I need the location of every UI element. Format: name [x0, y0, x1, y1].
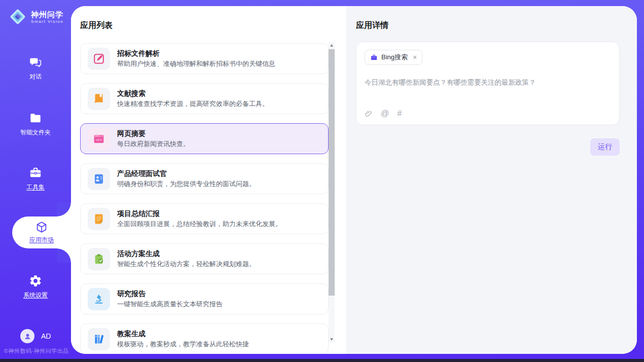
app-list-title: 应用列表	[80, 20, 113, 31]
sidebar-item-label: 智能文件夹	[20, 128, 51, 137]
sidebar-footer: ©神州数码·神州问学出品	[4, 347, 71, 355]
logo-title: 神州问学	[31, 10, 63, 19]
app-desc: 每日政府新闻资讯快查。	[117, 139, 190, 149]
app-desc: 明确身份和职责，为您提供专业性的面试问题。	[117, 179, 256, 189]
sidebar-item-app-market[interactable]: 应用市场	[12, 216, 71, 248]
sidebar-item-label: 系统设置	[23, 291, 48, 300]
sidebar-item-label: 应用市场	[29, 236, 54, 244]
app-card-web-summary[interactable]: </> 网页摘要 每日政府新闻资讯快查。	[80, 123, 329, 154]
app-name: 招标文件解析	[117, 48, 275, 59]
scrollbar-track[interactable]	[329, 48, 335, 336]
clipboard-check-icon	[88, 248, 110, 270]
app-desc: 快速精准查找学术资源，提高研究效率的必备工具。	[117, 99, 269, 109]
scroll-up-arrow-icon[interactable]	[329, 42, 335, 48]
app-card-research-report[interactable]: 研究报告 一键智能生成高质量长文本研究报告	[80, 283, 329, 314]
app-name: 产品经理面试官	[117, 168, 256, 179]
scrollbar-thumb[interactable]	[329, 49, 335, 296]
app-logo: 神州问学 Smart Vision	[8, 7, 63, 26]
app-name: 文献搜索	[117, 88, 269, 99]
input-actions: @ #	[365, 109, 611, 118]
app-detail-panel: 应用详情 Bing搜索 × 今日湖北有哪些新闻要点？有哪些需要关注的最新政策？ …	[346, 6, 637, 354]
app-name: 项目总结汇报	[117, 208, 282, 219]
sidebar-item-chat[interactable]: 对话	[0, 56, 71, 81]
app-card-literature-search[interactable]: 文献搜索 快速精准查找学术资源，提高研究效率的必备工具。	[80, 83, 329, 114]
run-button[interactable]: 运行	[590, 138, 620, 156]
avatar	[20, 329, 34, 343]
app-card-lesson-plan[interactable]: 教案生成 模板驱动，教案秒成，教学准备从此轻松快捷	[80, 323, 329, 354]
scroll-down-arrow-icon[interactable]	[329, 336, 335, 342]
user-profile[interactable]: AD	[20, 329, 51, 343]
app-card-project-summary[interactable]: 项目总结汇报 全面回顾项目进展，总结经验教训，助力未来优化发展。	[80, 203, 329, 234]
app-card-bid-document-parse[interactable]: 招标文件解析 帮助用户快速、准确地理解和解析招标书中的关键信息	[80, 43, 329, 74]
app-list-panel: 应用列表 招标文件解析 帮助用户快速、准确地理解和解析招标书中的关键信息	[71, 6, 346, 354]
user-name: AD	[41, 332, 51, 340]
app-desc: 一键智能生成高质量长文本研究报告	[117, 299, 223, 309]
browser-code-icon: </>	[88, 128, 110, 150]
app-desc: 智能生成个性化活动方案，轻松解决规划难题。	[117, 259, 256, 269]
run-row: 运行	[356, 138, 620, 156]
cube-icon	[35, 221, 48, 234]
microscope-icon	[88, 288, 110, 310]
book-icon	[88, 88, 110, 110]
notepad-icon	[88, 208, 110, 230]
query-text[interactable]: 今日湖北有哪些新闻要点？有哪些需要关注的最新政策？	[365, 78, 611, 87]
app-card-pm-interviewer[interactable]: 产品经理面试官 明确身份和职责，为您提供专业性的面试问题。	[80, 163, 329, 194]
mention-icon[interactable]: @	[381, 109, 389, 118]
books-icon	[88, 328, 110, 350]
toolbox-icon	[29, 166, 42, 179]
app-name: 网页摘要	[117, 128, 190, 139]
sidebar-item-smart-folder[interactable]: 智能文件夹	[0, 112, 71, 137]
bottom-dark-strip	[0, 359, 644, 362]
app-cards: 招标文件解析 帮助用户快速、准确地理解和解析招标书中的关键信息 文献搜索 快速精…	[80, 43, 329, 354]
app-name: 活动方案生成	[117, 248, 256, 259]
query-input-card[interactable]: Bing搜索 × 今日湖北有哪些新闻要点？有哪些需要关注的最新政策？ @ #	[356, 42, 620, 125]
sidebar-item-toolset[interactable]: 工具集	[0, 166, 71, 192]
paperclip-icon[interactable]	[365, 110, 373, 118]
app-desc: 全面回顾项目进展，总结经验教训，助力未来优化发展。	[117, 219, 282, 229]
chat-icon	[29, 56, 42, 69]
main-content: 应用列表 招标文件解析 帮助用户快速、准确地理解和解析招标书中的关键信息	[71, 6, 637, 354]
app-desc: 帮助用户快速、准确地理解和解析招标书中的关键信息	[117, 59, 275, 69]
logo-diamond-icon	[8, 7, 27, 26]
tool-tag-label: Bing搜索	[381, 53, 408, 62]
sidebar-item-settings[interactable]: 系统设置	[0, 274, 71, 300]
app-name: 研究报告	[117, 288, 223, 299]
app-name: 教案生成	[117, 329, 249, 339]
sidebar-item-label: 对话	[29, 73, 42, 81]
app-desc: 模板驱动，教案秒成，教学准备从此轻松快捷	[117, 339, 249, 349]
tool-tag-bing-search[interactable]: Bing搜索 ×	[365, 50, 422, 65]
bid-document-parse-icon	[88, 48, 110, 70]
app-card-event-plan[interactable]: 活动方案生成 智能生成个性化活动方案，轻松解决规划难题。	[80, 243, 329, 274]
app-detail-title: 应用详情	[356, 20, 627, 31]
folder-icon	[29, 112, 42, 125]
interviewer-icon	[88, 168, 110, 190]
svg-text:</>: </>	[96, 138, 102, 142]
list-scrollbar[interactable]	[329, 42, 335, 342]
person-icon	[23, 332, 32, 341]
sidebar: 神州问学 Smart Vision 对话 智能文件夹 工具集 应用市场	[0, 0, 71, 359]
logo-subtitle: Smart Vision	[31, 19, 63, 24]
sidebar-item-label: 工具集	[26, 183, 45, 192]
hash-icon[interactable]: #	[397, 109, 402, 118]
briefcase-icon	[370, 54, 378, 61]
close-icon[interactable]: ×	[413, 54, 417, 61]
gear-icon	[29, 274, 42, 287]
